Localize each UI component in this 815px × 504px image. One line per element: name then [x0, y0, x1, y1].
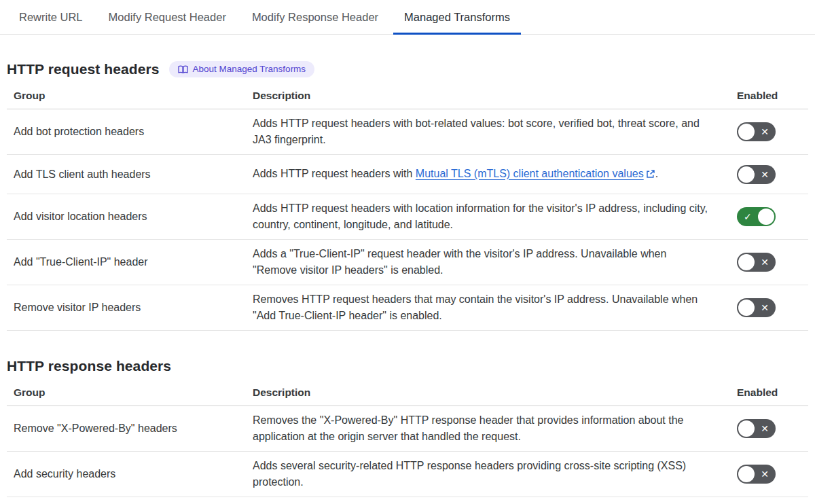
response-headers-table: Group Description Enabled Remove "X-Powe… — [7, 383, 808, 497]
column-header-enabled: Enabled — [730, 90, 808, 102]
tab-modify-response-header[interactable]: Modify Response Header — [241, 0, 389, 34]
row-description: Removes HTTP request headers that may co… — [246, 291, 730, 324]
toggle-knob — [738, 254, 755, 270]
description-text: Adds HTTP request headers with — [253, 168, 416, 179]
enabled-toggle[interactable]: ✕ — [737, 465, 776, 484]
external-link-icon — [646, 167, 655, 183]
mtls-docs-link[interactable]: Mutual TLS (mTLS) client authentication … — [416, 168, 644, 179]
about-managed-transforms-link[interactable]: About Managed Transforms — [169, 61, 315, 77]
enabled-toggle[interactable]: ✕ — [737, 419, 776, 438]
column-header-group: Group — [7, 90, 246, 102]
toggle-knob — [738, 166, 755, 183]
about-badge-label: About Managed Transforms — [193, 65, 306, 74]
table-row: Remove visitor IP headers Removes HTTP r… — [7, 285, 808, 331]
tab-managed-transforms[interactable]: Managed Transforms — [393, 0, 521, 34]
column-header-description: Description — [246, 386, 730, 399]
table-row: Add security headers Adds several securi… — [7, 452, 808, 497]
row-description: Removes the "X-Powered-By" HTTP response… — [246, 412, 730, 445]
table-row: Add "True-Client-IP" header Adds a "True… — [7, 240, 808, 285]
row-description: Adds HTTP request headers with bot-relat… — [246, 115, 730, 148]
description-text: . — [655, 168, 658, 179]
enabled-toggle[interactable]: ✓ — [737, 207, 776, 226]
table-header-row: Group Description Enabled — [7, 383, 808, 406]
column-header-description: Description — [246, 90, 730, 102]
group-label: Add "True-Client-IP" header — [7, 254, 246, 270]
toggle-state-icon: ✕ — [761, 424, 769, 433]
tab-rewrite-url[interactable]: Rewrite URL — [8, 0, 94, 34]
tab-bar: Rewrite URL Modify Request Header Modify… — [0, 0, 815, 35]
enabled-toggle[interactable]: ✕ — [737, 298, 776, 317]
column-header-group: Group — [7, 386, 246, 399]
toggle-state-icon: ✓ — [744, 212, 752, 221]
table-row: Add TLS client auth headers Adds HTTP re… — [7, 155, 808, 194]
table-row: Remove "X-Powered-By" headers Removes th… — [7, 406, 808, 452]
row-description: Adds HTTP request headers with Mutual TL… — [246, 166, 730, 183]
toggle-knob — [738, 466, 755, 482]
toggle-knob — [738, 300, 755, 316]
enabled-toggle[interactable]: ✕ — [737, 165, 776, 184]
toggle-knob — [758, 209, 774, 225]
row-description: Adds several security-related HTTP respo… — [246, 458, 730, 490]
managed-transforms-page: HTTP request headers About Managed Trans… — [0, 61, 815, 497]
row-description: Adds a "True-Client-IP" request header w… — [246, 246, 730, 278]
row-description: Adds HTTP request headers with location … — [246, 200, 730, 233]
group-label: Remove visitor IP headers — [7, 300, 246, 316]
toggle-state-icon: ✕ — [761, 469, 769, 479]
group-label: Add TLS client auth headers — [7, 166, 246, 183]
group-label: Add visitor location headers — [7, 209, 246, 225]
toggle-state-icon: ✕ — [761, 303, 769, 312]
request-headers-title: HTTP request headers — [7, 61, 160, 77]
toggle-knob — [738, 420, 755, 437]
tab-modify-request-header[interactable]: Modify Request Header — [98, 0, 237, 34]
enabled-toggle[interactable]: ✕ — [737, 122, 776, 141]
toggle-state-icon: ✕ — [761, 170, 769, 179]
toggle-state-icon: ✕ — [761, 257, 769, 267]
column-header-enabled: Enabled — [730, 386, 808, 399]
request-headers-table: Group Description Enabled Add bot protec… — [7, 86, 808, 331]
toggle-state-icon: ✕ — [761, 127, 769, 137]
toggle-knob — [738, 124, 755, 140]
group-label: Add security headers — [7, 466, 246, 482]
group-label: Remove "X-Powered-By" headers — [7, 420, 246, 437]
table-row: Add bot protection headers Adds HTTP req… — [7, 109, 808, 155]
group-label: Add bot protection headers — [7, 124, 246, 140]
table-header-row: Group Description Enabled — [7, 86, 808, 109]
enabled-toggle[interactable]: ✕ — [737, 253, 776, 272]
book-icon — [178, 65, 188, 74]
table-row: Add visitor location headers Adds HTTP r… — [7, 194, 808, 240]
response-headers-title: HTTP response headers — [7, 358, 171, 374]
